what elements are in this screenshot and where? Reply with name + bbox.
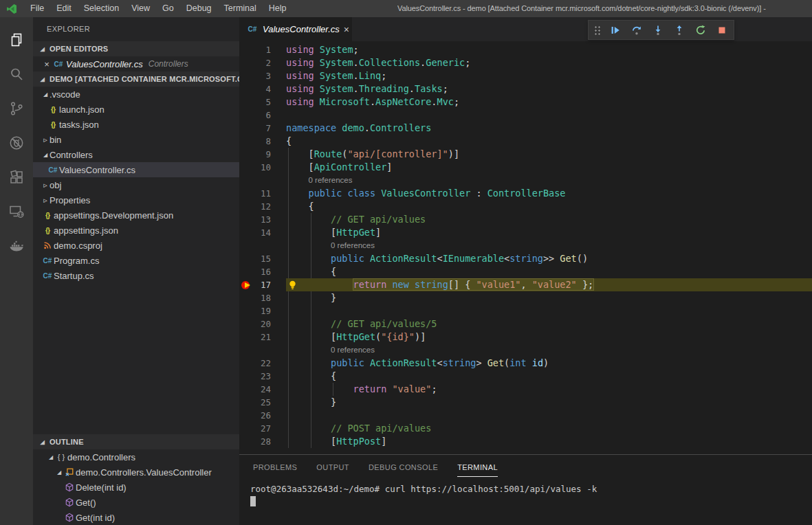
menu-go[interactable]: Go (156, 0, 180, 17)
gutter-glyph-margin[interactable] (239, 43, 253, 56)
tree-item-launch-json[interactable]: {}launch.json (33, 102, 239, 117)
gutter-glyph-margin[interactable] (239, 161, 253, 174)
search-icon[interactable] (0, 57, 33, 91)
panel-tab-debug-console[interactable]: DEBUG CONSOLE (369, 456, 438, 477)
codelens-row[interactable]: 0 references (239, 174, 812, 187)
code-line-20[interactable]: 20 // GET api/values/5 (239, 317, 812, 331)
codelens-references[interactable]: 0 references (286, 174, 352, 187)
code-line-1[interactable]: 1using System; (239, 43, 812, 56)
tree-item-appsettings-development-json[interactable]: {}appsettings.Development.json (33, 208, 239, 223)
outline-item-delete-int-id[interactable]: Delete(int id) (33, 480, 239, 495)
gutter-glyph-margin[interactable] (239, 331, 253, 344)
code-line-11[interactable]: 11 public class ValuesController : Contr… (239, 187, 812, 200)
gutter-glyph-margin[interactable] (239, 383, 253, 396)
outline-header[interactable]: ◢ OUTLINE (33, 434, 239, 449)
gutter-glyph-margin[interactable] (239, 278, 253, 291)
gutter-glyph-margin[interactable] (239, 357, 253, 370)
menu-edit[interactable]: Edit (50, 0, 78, 17)
gutter-glyph-margin[interactable] (239, 187, 253, 200)
continue-button[interactable] (609, 24, 622, 36)
code-line-8[interactable]: 8{ (239, 135, 812, 148)
restart-button[interactable] (694, 24, 707, 36)
terminal[interactable]: root@263aa532643d:~/demo# curl https://l… (239, 478, 812, 509)
code-line-22[interactable]: 22 public ActionResult<string> Get(int i… (239, 357, 812, 370)
stop-button[interactable] (716, 24, 728, 36)
step-out-button[interactable] (673, 24, 685, 36)
code-line-10[interactable]: 10 [ApiController] (239, 161, 812, 174)
remote-explorer-icon[interactable] (0, 194, 33, 229)
code-line-7[interactable]: 7namespace demo.Controllers (239, 122, 812, 135)
code-line-9[interactable]: 9 [Route("api/[controller]")] (239, 148, 812, 161)
gutter-glyph-margin[interactable] (239, 135, 253, 148)
close-icon[interactable]: × (340, 24, 349, 35)
explorer-icon[interactable] (0, 23, 33, 57)
folder-section-header[interactable]: ◢ DEMO [ATTACHED CONTAINER MCR.MICROSOFT… (33, 71, 239, 87)
tree-item-appsettings-json[interactable]: {}appsettings.json (33, 223, 239, 238)
gutter-glyph-margin[interactable] (239, 239, 253, 252)
code-line-12[interactable]: 12 { (239, 200, 812, 213)
drag-grip-icon[interactable] (594, 25, 600, 35)
gutter-glyph-margin[interactable] (239, 174, 253, 187)
gutter-glyph-margin[interactable] (239, 396, 253, 409)
gutter-glyph-margin[interactable] (239, 69, 253, 82)
gutter-glyph-margin[interactable] (239, 252, 253, 265)
code-line-13[interactable]: 13 // GET api/values (239, 213, 812, 226)
code-line-27[interactable]: 27 // POST api/values (239, 422, 812, 435)
codelens-references[interactable]: 0 references (286, 344, 375, 357)
gutter-glyph-margin[interactable] (239, 148, 253, 161)
gutter-glyph-margin[interactable] (239, 226, 253, 239)
debug-icon[interactable] (0, 126, 33, 160)
tree-item-demo-csproj[interactable]: demo.csproj (33, 238, 239, 253)
extensions-icon[interactable] (0, 160, 33, 194)
gutter-glyph-margin[interactable] (239, 56, 253, 69)
code-line-23[interactable]: 23 { (239, 370, 812, 383)
tree-item-startup-cs[interactable]: C#Startup.cs (33, 268, 239, 283)
code-line-3[interactable]: 3using System.Linq; (239, 69, 812, 82)
source-control-icon[interactable] (0, 91, 33, 126)
code-editor[interactable]: 1using System;2using System.Collections.… (239, 41, 812, 454)
panel-tab-problems[interactable]: PROBLEMS (253, 456, 297, 477)
tab-valuescontroller[interactable]: C# ValuesController.cs × (239, 17, 352, 41)
code-line-21[interactable]: 21 [HttpGet("{id}")] (239, 331, 812, 344)
docker-icon[interactable] (0, 229, 33, 263)
code-line-19[interactable]: 19 (239, 304, 812, 317)
codelens-references[interactable]: 0 references (286, 239, 375, 252)
tree-item-obj[interactable]: ▹obj (33, 177, 239, 192)
tree-item-valuescontroller-cs[interactable]: C#ValuesController.cs (33, 162, 239, 177)
tree-item-bin[interactable]: ▹bin (33, 132, 239, 147)
code-line-28[interactable]: 28 [HttpPost] (239, 435, 812, 448)
menu-file[interactable]: File (24, 0, 50, 17)
menu-terminal[interactable]: Terminal (218, 0, 263, 17)
code-line-16[interactable]: 16 { (239, 265, 812, 278)
code-line-2[interactable]: 2using System.Collections.Generic; (239, 56, 812, 69)
gutter-glyph-margin[interactable] (239, 435, 253, 448)
code-line-4[interactable]: 4using System.Threading.Tasks; (239, 82, 812, 96)
code-line-6[interactable]: 6 (239, 109, 812, 122)
code-line-5[interactable]: 5using Microsoft.AspNetCore.Mvc; (239, 96, 812, 109)
outline-item-demo-controllers-valuescontroller[interactable]: ◢demo.Controllers.ValuesController (33, 465, 239, 480)
open-editors-header[interactable]: ◢ OPEN EDITORS (33, 41, 239, 56)
gutter-glyph-margin[interactable] (239, 291, 253, 304)
gutter-glyph-margin[interactable] (239, 122, 253, 135)
code-line-17[interactable]: 17 return new string[] { "value1", "valu… (239, 278, 812, 291)
menu-help[interactable]: Help (263, 0, 293, 17)
close-icon[interactable]: × (41, 59, 52, 69)
open-editor-item[interactable]: × C# ValuesController.cs Controllers (33, 56, 239, 71)
gutter-glyph-margin[interactable] (239, 200, 253, 213)
code-line-26[interactable]: 26 (239, 409, 812, 422)
code-line-24[interactable]: 24 return "value"; (239, 383, 812, 396)
tree-item-properties[interactable]: ▹Properties (33, 192, 239, 208)
outline-item-demo-controllers[interactable]: ◢{ }demo.Controllers (33, 449, 239, 465)
tree-item-vscode[interactable]: ◢.vscode (33, 87, 239, 102)
outline-item-get[interactable]: Get() (33, 495, 239, 510)
step-over-button[interactable] (630, 24, 643, 36)
gutter-glyph-margin[interactable] (239, 109, 253, 122)
gutter-glyph-margin[interactable] (239, 344, 253, 357)
gutter-glyph-margin[interactable] (239, 409, 253, 422)
code-line-15[interactable]: 15 public ActionResult<IEnumerable<strin… (239, 252, 812, 265)
outline-item-get-int-id[interactable]: Get(int id) (33, 510, 239, 525)
tree-item-tasks-json[interactable]: {}tasks.json (33, 117, 239, 132)
menu-debug[interactable]: Debug (180, 0, 218, 17)
gutter-glyph-margin[interactable] (239, 213, 253, 226)
code-line-25[interactable]: 25 } (239, 396, 812, 409)
